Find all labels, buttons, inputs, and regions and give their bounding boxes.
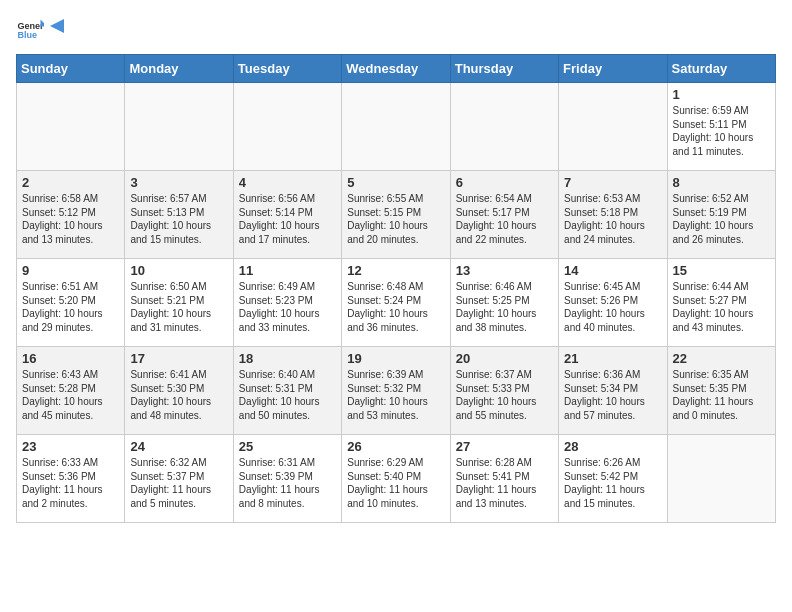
day-info: Sunrise: 6:53 AM Sunset: 5:18 PM Dayligh… (564, 192, 661, 246)
calendar-week-row: 23Sunrise: 6:33 AM Sunset: 5:36 PM Dayli… (17, 435, 776, 523)
calendar-day-cell: 18Sunrise: 6:40 AM Sunset: 5:31 PM Dayli… (233, 347, 341, 435)
calendar-day-cell: 2Sunrise: 6:58 AM Sunset: 5:12 PM Daylig… (17, 171, 125, 259)
day-info: Sunrise: 6:28 AM Sunset: 5:41 PM Dayligh… (456, 456, 553, 510)
calendar-day-cell (17, 83, 125, 171)
day-info: Sunrise: 6:37 AM Sunset: 5:33 PM Dayligh… (456, 368, 553, 422)
day-number: 24 (130, 439, 227, 454)
day-number: 14 (564, 263, 661, 278)
day-number: 20 (456, 351, 553, 366)
day-number: 19 (347, 351, 444, 366)
logo: General Blue (16, 16, 68, 44)
svg-text:Blue: Blue (17, 30, 37, 40)
calendar-day-cell: 13Sunrise: 6:46 AM Sunset: 5:25 PM Dayli… (450, 259, 558, 347)
weekday-header-friday: Friday (559, 55, 667, 83)
day-number: 3 (130, 175, 227, 190)
calendar-day-cell: 28Sunrise: 6:26 AM Sunset: 5:42 PM Dayli… (559, 435, 667, 523)
day-info: Sunrise: 6:49 AM Sunset: 5:23 PM Dayligh… (239, 280, 336, 334)
day-number: 13 (456, 263, 553, 278)
day-info: Sunrise: 6:39 AM Sunset: 5:32 PM Dayligh… (347, 368, 444, 422)
day-number: 18 (239, 351, 336, 366)
day-info: Sunrise: 6:41 AM Sunset: 5:30 PM Dayligh… (130, 368, 227, 422)
day-number: 4 (239, 175, 336, 190)
calendar-day-cell: 8Sunrise: 6:52 AM Sunset: 5:19 PM Daylig… (667, 171, 775, 259)
calendar-table: SundayMondayTuesdayWednesdayThursdayFrid… (16, 54, 776, 523)
day-number: 5 (347, 175, 444, 190)
day-number: 12 (347, 263, 444, 278)
day-number: 22 (673, 351, 770, 366)
weekday-header-saturday: Saturday (667, 55, 775, 83)
day-info: Sunrise: 6:58 AM Sunset: 5:12 PM Dayligh… (22, 192, 119, 246)
day-number: 17 (130, 351, 227, 366)
day-info: Sunrise: 6:43 AM Sunset: 5:28 PM Dayligh… (22, 368, 119, 422)
day-info: Sunrise: 6:55 AM Sunset: 5:15 PM Dayligh… (347, 192, 444, 246)
calendar-day-cell: 9Sunrise: 6:51 AM Sunset: 5:20 PM Daylig… (17, 259, 125, 347)
calendar-day-cell: 11Sunrise: 6:49 AM Sunset: 5:23 PM Dayli… (233, 259, 341, 347)
calendar-day-cell: 25Sunrise: 6:31 AM Sunset: 5:39 PM Dayli… (233, 435, 341, 523)
weekday-header-thursday: Thursday (450, 55, 558, 83)
calendar-day-cell: 26Sunrise: 6:29 AM Sunset: 5:40 PM Dayli… (342, 435, 450, 523)
day-number: 23 (22, 439, 119, 454)
day-info: Sunrise: 6:44 AM Sunset: 5:27 PM Dayligh… (673, 280, 770, 334)
day-info: Sunrise: 6:35 AM Sunset: 5:35 PM Dayligh… (673, 368, 770, 422)
weekday-header-row: SundayMondayTuesdayWednesdayThursdayFrid… (17, 55, 776, 83)
calendar-day-cell: 12Sunrise: 6:48 AM Sunset: 5:24 PM Dayli… (342, 259, 450, 347)
day-info: Sunrise: 6:50 AM Sunset: 5:21 PM Dayligh… (130, 280, 227, 334)
calendar-day-cell (125, 83, 233, 171)
calendar-day-cell: 21Sunrise: 6:36 AM Sunset: 5:34 PM Dayli… (559, 347, 667, 435)
day-info: Sunrise: 6:51 AM Sunset: 5:20 PM Dayligh… (22, 280, 119, 334)
calendar-day-cell: 19Sunrise: 6:39 AM Sunset: 5:32 PM Dayli… (342, 347, 450, 435)
day-number: 8 (673, 175, 770, 190)
logo-icon: General Blue (16, 16, 44, 44)
weekday-header-wednesday: Wednesday (342, 55, 450, 83)
day-number: 2 (22, 175, 119, 190)
calendar-day-cell: 5Sunrise: 6:55 AM Sunset: 5:15 PM Daylig… (342, 171, 450, 259)
calendar-week-row: 1Sunrise: 6:59 AM Sunset: 5:11 PM Daylig… (17, 83, 776, 171)
calendar-day-cell: 3Sunrise: 6:57 AM Sunset: 5:13 PM Daylig… (125, 171, 233, 259)
day-info: Sunrise: 6:40 AM Sunset: 5:31 PM Dayligh… (239, 368, 336, 422)
day-number: 15 (673, 263, 770, 278)
day-info: Sunrise: 6:56 AM Sunset: 5:14 PM Dayligh… (239, 192, 336, 246)
calendar-day-cell (559, 83, 667, 171)
calendar-day-cell: 22Sunrise: 6:35 AM Sunset: 5:35 PM Dayli… (667, 347, 775, 435)
calendar-day-cell: 27Sunrise: 6:28 AM Sunset: 5:41 PM Dayli… (450, 435, 558, 523)
day-number: 1 (673, 87, 770, 102)
calendar-day-cell: 24Sunrise: 6:32 AM Sunset: 5:37 PM Dayli… (125, 435, 233, 523)
day-number: 25 (239, 439, 336, 454)
day-info: Sunrise: 6:57 AM Sunset: 5:13 PM Dayligh… (130, 192, 227, 246)
weekday-header-monday: Monday (125, 55, 233, 83)
day-number: 11 (239, 263, 336, 278)
day-info: Sunrise: 6:46 AM Sunset: 5:25 PM Dayligh… (456, 280, 553, 334)
header: General Blue (16, 16, 776, 44)
day-info: Sunrise: 6:29 AM Sunset: 5:40 PM Dayligh… (347, 456, 444, 510)
calendar-day-cell: 4Sunrise: 6:56 AM Sunset: 5:14 PM Daylig… (233, 171, 341, 259)
svg-text:General: General (17, 21, 44, 31)
day-info: Sunrise: 6:54 AM Sunset: 5:17 PM Dayligh… (456, 192, 553, 246)
calendar-day-cell (233, 83, 341, 171)
calendar-week-row: 9Sunrise: 6:51 AM Sunset: 5:20 PM Daylig… (17, 259, 776, 347)
svg-marker-3 (50, 19, 64, 33)
day-info: Sunrise: 6:48 AM Sunset: 5:24 PM Dayligh… (347, 280, 444, 334)
calendar-day-cell (667, 435, 775, 523)
weekday-header-tuesday: Tuesday (233, 55, 341, 83)
day-info: Sunrise: 6:32 AM Sunset: 5:37 PM Dayligh… (130, 456, 227, 510)
day-info: Sunrise: 6:36 AM Sunset: 5:34 PM Dayligh… (564, 368, 661, 422)
day-info: Sunrise: 6:26 AM Sunset: 5:42 PM Dayligh… (564, 456, 661, 510)
calendar-day-cell: 6Sunrise: 6:54 AM Sunset: 5:17 PM Daylig… (450, 171, 558, 259)
calendar-day-cell: 20Sunrise: 6:37 AM Sunset: 5:33 PM Dayli… (450, 347, 558, 435)
calendar-day-cell: 23Sunrise: 6:33 AM Sunset: 5:36 PM Dayli… (17, 435, 125, 523)
logo-arrow-icon (46, 15, 68, 37)
day-info: Sunrise: 6:45 AM Sunset: 5:26 PM Dayligh… (564, 280, 661, 334)
calendar-day-cell: 7Sunrise: 6:53 AM Sunset: 5:18 PM Daylig… (559, 171, 667, 259)
calendar-week-row: 2Sunrise: 6:58 AM Sunset: 5:12 PM Daylig… (17, 171, 776, 259)
day-info: Sunrise: 6:31 AM Sunset: 5:39 PM Dayligh… (239, 456, 336, 510)
day-number: 21 (564, 351, 661, 366)
day-number: 26 (347, 439, 444, 454)
calendar-day-cell: 10Sunrise: 6:50 AM Sunset: 5:21 PM Dayli… (125, 259, 233, 347)
calendar-day-cell: 16Sunrise: 6:43 AM Sunset: 5:28 PM Dayli… (17, 347, 125, 435)
day-number: 28 (564, 439, 661, 454)
day-number: 27 (456, 439, 553, 454)
day-number: 10 (130, 263, 227, 278)
weekday-header-sunday: Sunday (17, 55, 125, 83)
calendar-day-cell: 17Sunrise: 6:41 AM Sunset: 5:30 PM Dayli… (125, 347, 233, 435)
calendar-day-cell (450, 83, 558, 171)
